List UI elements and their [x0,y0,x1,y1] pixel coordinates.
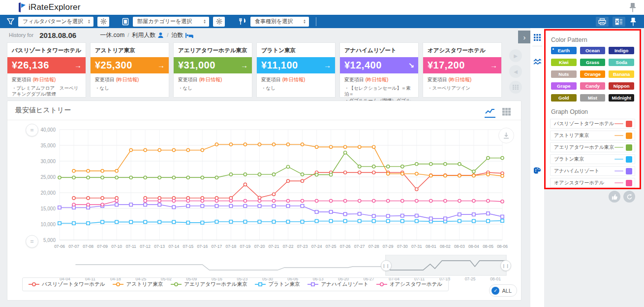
color-swatch-candy[interactable]: Candy [580,82,606,90]
svg-text:07-22: 07-22 [283,244,294,249]
series-line-sample [614,147,623,148]
hotel-card: アナハイムリゾート¥12,400↘変更項目 (昨日情報)【セレクションセール】＝… [339,42,419,98]
price-bar[interactable]: ¥17,200→ [423,57,501,73]
svg-text:08-06: 08-06 [497,244,508,249]
svg-text:40,000: 40,000 [40,127,56,133]
apply-button[interactable] [609,191,620,203]
legend-item[interactable]: プラトン東京 [255,281,300,288]
nav-handle-right[interactable]: ❙❙ [500,260,511,271]
history-date[interactable]: 2018.08.06 [39,31,76,39]
change-item: なし [261,85,331,91]
graph-option-row[interactable]: バスリゾートタワーホテル [550,119,635,129]
reset-button[interactable] [623,191,635,203]
price-trend-arrow-icon: → [157,61,165,69]
filter-pattern-select[interactable]: フィルタパターンを選択 ▲▼ [18,17,93,27]
palette-panel-button[interactable] [532,165,543,176]
price-history-chart[interactable]: 5,00010,00015,00020,00025,00030,00035,00… [36,124,508,253]
color-settings-panel: Color Pattern EarthOceanIndigoKiwiGrassS… [544,29,641,189]
price-value: ¥11,100 [261,60,298,71]
color-swatch-grape[interactable]: Grape [551,82,577,90]
logo-text: iRateExplorer [29,2,81,12]
legend-item[interactable]: バスリゾートタワーホテル [29,281,105,288]
series-color-swatch[interactable] [626,168,632,174]
graph-option-row[interactable]: オアシスタワーホテル [550,178,635,188]
table-view-toggle[interactable] [501,106,512,117]
series-color-swatch[interactable] [626,121,632,127]
price-bar[interactable]: ¥26,136→ [7,57,86,73]
zigzag-chart-icon [533,59,542,66]
legend-item[interactable]: アナハイムリゾート [307,281,368,288]
change-items: なし [95,85,164,91]
nav-handle-left[interactable]: ❙❙ [381,260,392,271]
scroll-left-button[interactable]: ◀ [509,65,522,78]
color-swatch-kiwi[interactable]: Kiwi [551,59,577,66]
svg-text:07-17: 07-17 [212,244,222,249]
collapse-panel-button[interactable]: › [518,31,531,43]
scroll-right-button[interactable]: ▶ [509,49,522,62]
price-bar[interactable]: ¥25,300→ [91,57,169,73]
legend-item[interactable]: アストリア東京 [113,281,163,288]
gear-icon [216,18,222,25]
nights-label[interactable]: 泊数 [171,31,193,39]
room-settings-button[interactable] [213,17,225,27]
color-swatch-ocean[interactable]: Ocean [580,47,606,54]
pin-icon-top[interactable] [628,2,637,13]
graph-option-row[interactable]: アナハイムリゾート [550,166,635,176]
color-swatch-grass[interactable]: Grass [580,59,606,66]
guests-label[interactable]: 利用人数 [132,31,164,39]
price-bar[interactable]: ¥11,100→ [257,57,335,73]
svg-text:07-11: 07-11 [126,244,136,249]
app-root: iRateExplorer フィルタパターンを選択 ▲▼ [0,0,644,307]
color-swatch-earth[interactable]: Earth [551,47,577,54]
meal-type-select[interactable]: 食事種別を選択 ▲▼ [250,17,309,27]
chart-panel-button[interactable] [532,57,543,68]
grid-panel-button[interactable] [532,32,543,43]
series-color-swatch[interactable] [626,156,632,163]
color-swatch-midnight[interactable]: Midnight [609,94,634,102]
pin-icon-toolbar[interactable] [629,17,637,27]
color-swatch-soda[interactable]: Soda [609,59,634,66]
graph-option-row[interactable]: プラトン東京 [550,154,635,164]
series-color-swatch[interactable] [626,133,632,139]
color-swatch-banana[interactable]: Banana [609,70,634,78]
change-items: スーペリアツイン [428,85,497,91]
graph-option-row[interactable]: アエリアタワーホテル東京 [550,142,635,152]
room-category-select[interactable]: 部屋カテゴリーを選択 ▲▼ [133,17,209,27]
change-item: なし [95,85,164,91]
legend-item[interactable]: アエリアタワーホテル東京 [171,281,247,288]
color-swatch-nippon[interactable]: Nippon [609,82,634,90]
price-bar[interactable]: ¥12,400↘ [340,57,418,73]
color-swatch-mist[interactable]: Mist [580,94,606,102]
select-caret-icon: ▲▼ [303,19,306,24]
select-all-button[interactable]: ✓ ALL [489,284,517,297]
graph-option-row[interactable]: アストリア東京 [550,131,635,140]
price-value: ¥12,400 [344,60,382,71]
price-bar[interactable]: ¥31,000→ [174,57,252,73]
svg-text:07-19: 07-19 [240,244,251,249]
grid-icon [513,85,519,90]
right-icon-rail [530,28,544,307]
svg-text:07-20: 07-20 [254,244,265,249]
color-swatch-nuts[interactable]: Nuts [551,70,577,78]
color-swatch-indigo[interactable]: Indigo [609,47,634,54]
color-swatch-gold[interactable]: Gold [551,94,577,102]
filter-settings-button[interactable] [97,17,109,27]
legend-item[interactable]: オアシスタワーホテル [376,281,442,288]
price-trend-arrow-icon: → [74,61,82,69]
graph-option-title: Graph Option [551,108,635,115]
svg-text:08-02: 08-02 [440,244,451,249]
svg-text:07-21: 07-21 [269,244,279,249]
print-button[interactable] [596,17,609,27]
color-swatch-orange[interactable]: Orange [580,70,606,78]
line-view-toggle[interactable] [485,106,495,118]
series-color-swatch[interactable] [626,180,632,186]
site-label[interactable]: 一休.com [100,31,124,39]
printer-icon [598,18,606,25]
series-line-sample [614,182,623,183]
hotel-name: アストリア東京 [91,43,169,57]
grid-view-button[interactable] [509,81,522,94]
excel-export-button[interactable]: X [613,17,625,27]
download-chart-button[interactable] [498,128,514,143]
legend-marker-icon [255,282,266,287]
series-color-swatch[interactable] [626,144,632,151]
